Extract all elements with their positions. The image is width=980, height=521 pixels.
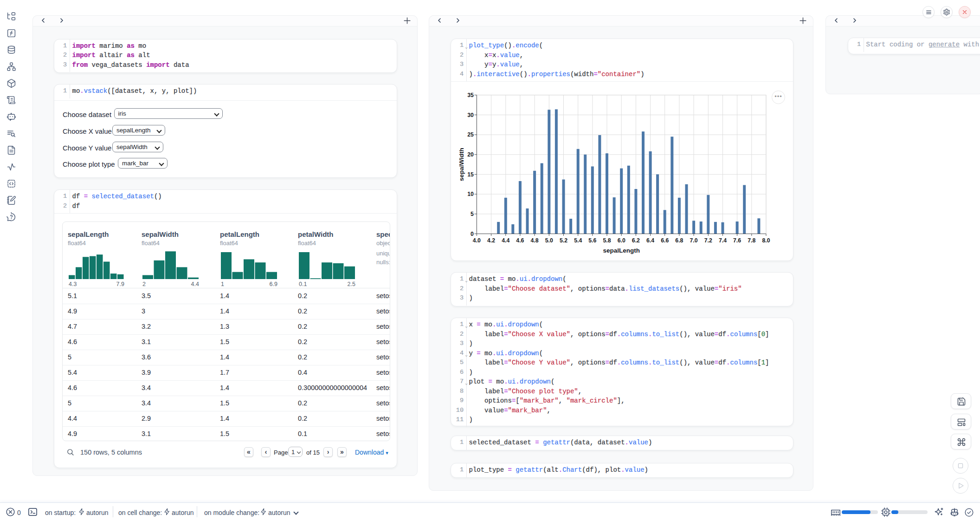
svg-text:8.0: 8.0 xyxy=(762,237,770,244)
svg-text:7.2: 7.2 xyxy=(704,237,712,244)
svg-text:4.0: 4.0 xyxy=(473,237,481,244)
svg-text:6.8: 6.8 xyxy=(675,237,683,244)
svg-text:7.4: 7.4 xyxy=(719,237,727,244)
svg-text:4.2: 4.2 xyxy=(487,237,495,244)
svg-text:4.8: 4.8 xyxy=(531,237,539,244)
svg-text:30: 30 xyxy=(467,112,474,118)
svg-text:15: 15 xyxy=(467,171,474,178)
svg-text:sepalLength: sepalLength xyxy=(603,247,640,254)
svg-text:4.4: 4.4 xyxy=(502,237,509,244)
svg-text:5: 5 xyxy=(471,211,474,217)
svg-text:5.0: 5.0 xyxy=(545,237,553,244)
svg-text:5.2: 5.2 xyxy=(560,237,567,244)
svg-text:25: 25 xyxy=(467,131,474,138)
svg-text:0: 0 xyxy=(471,231,474,237)
svg-text:sepalWidth: sepalWidth xyxy=(458,148,465,181)
svg-text:6.0: 6.0 xyxy=(618,237,625,244)
svg-text:4.6: 4.6 xyxy=(516,237,524,244)
svg-text:7.6: 7.6 xyxy=(733,237,741,244)
svg-text:20: 20 xyxy=(467,151,474,158)
svg-text:5.8: 5.8 xyxy=(603,237,611,244)
svg-text:5.4: 5.4 xyxy=(574,237,582,244)
svg-text:10: 10 xyxy=(467,191,474,197)
svg-text:6.6: 6.6 xyxy=(661,237,669,244)
svg-text:35: 35 xyxy=(467,92,474,98)
svg-text:6.2: 6.2 xyxy=(632,237,640,244)
svg-text:6.4: 6.4 xyxy=(646,237,654,244)
svg-text:7.8: 7.8 xyxy=(748,237,755,244)
svg-text:5.6: 5.6 xyxy=(588,237,596,244)
svg-text:7.0: 7.0 xyxy=(690,237,698,244)
